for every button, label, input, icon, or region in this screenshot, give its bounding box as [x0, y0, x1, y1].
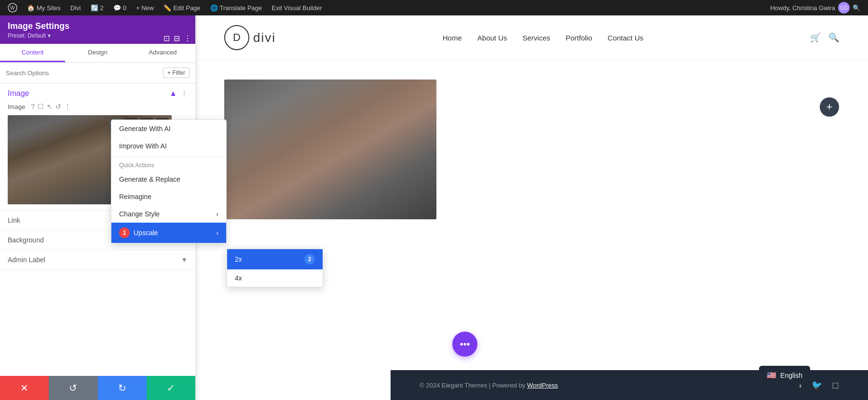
language-picker[interactable]: 🇺🇸 English	[759, 366, 810, 385]
nav-contact[interactable]: Contact Us	[608, 34, 643, 42]
tab-design[interactable]: Design	[65, 44, 130, 62]
change-style-item[interactable]: Change Style ›	[111, 205, 226, 223]
resize-icon[interactable]: ⊡	[163, 34, 170, 43]
site-header: D divi Home About Us Services Portfolio …	[195, 15, 868, 60]
link-section-label: Link	[8, 216, 20, 224]
menu-separator-1	[111, 157, 226, 157]
image-field: Image ? ☐ ↖ ↺ ⋮	[8, 103, 188, 110]
new-button[interactable]: + New	[132, 0, 158, 15]
translate-page-button[interactable]: 🌐 Translate Page	[206, 0, 266, 15]
divi-button[interactable]: Divi	[67, 0, 85, 15]
help-icon[interactable]: ?	[31, 103, 35, 110]
collapse-icon[interactable]: ▲	[169, 89, 177, 98]
2x-badge: 2	[304, 254, 315, 265]
footer-wp-link[interactable]: WordPress	[527, 382, 558, 389]
undo-button[interactable]: ↺	[49, 376, 97, 400]
admin-bar: W 🏠 My Sites Divi 🔄 2 💬 0 + New ✏️ Edit …	[0, 0, 868, 15]
avatar: CG	[838, 2, 850, 13]
fab-button[interactable]: •••	[452, 332, 477, 357]
tab-content[interactable]: Content	[0, 44, 65, 62]
updates-button[interactable]: 🔄 2	[87, 0, 108, 15]
logo-circle: D	[224, 25, 249, 50]
preset-selector[interactable]: Preset: Default ▾	[8, 32, 188, 39]
logo-text: divi	[253, 30, 276, 45]
main-photo[interactable]	[224, 80, 436, 219]
admin-label-section-label: Admin Label	[8, 256, 45, 264]
sidebar-header: Image Settings Preset: Default ▾ ⊡ ⊟ ⋮	[0, 15, 195, 44]
edit-page-button[interactable]: ✏️ Edit Page	[160, 0, 204, 15]
twitter-icon[interactable]: 🐦	[812, 380, 822, 390]
search-admin-icon[interactable]: 🔍	[853, 4, 860, 12]
language-label: English	[780, 372, 802, 379]
footer-text: © 2024 Elegant Themes | Powered by WordP…	[420, 382, 558, 389]
howdy-user: Howdy, Christina Gwira CG 🔍	[766, 2, 864, 13]
sidebar-footer: ✕ ↺ ↻ ✓	[0, 376, 195, 400]
cancel-button[interactable]: ✕	[0, 376, 49, 400]
upscale-4x-item[interactable]: 4x	[227, 269, 323, 287]
exit-builder-button[interactable]: Exit Visual Builder	[268, 0, 326, 15]
background-section-label: Background	[8, 236, 44, 244]
mobile-icon[interactable]: ☐	[38, 103, 44, 110]
generate-replace-item[interactable]: Generate & Replace	[111, 171, 226, 188]
cursor-icon[interactable]: ↖	[47, 103, 53, 110]
upscale-chevron: ›	[216, 229, 218, 237]
generate-ai-item[interactable]: Generate With AI	[111, 120, 226, 137]
upscale-2x-item[interactable]: 2x 2	[227, 249, 323, 269]
settings-tabs: Content Design Advanced	[0, 44, 195, 63]
search-bar: + Filter	[0, 63, 195, 83]
section-more-icon[interactable]: ⋮	[181, 90, 188, 97]
add-content-button[interactable]: +	[820, 97, 839, 117]
search-input[interactable]	[6, 69, 159, 77]
main-image-area	[195, 60, 868, 239]
change-style-chevron: ›	[216, 210, 218, 218]
save-button[interactable]: ✓	[147, 376, 195, 400]
cart-icon[interactable]: 🛒	[810, 32, 821, 43]
section-title-image: Image	[8, 89, 29, 98]
image-field-label: Image	[8, 103, 25, 110]
main-content: D divi Home About Us Services Portfolio …	[195, 15, 868, 400]
instagram-icon[interactable]: ◻	[832, 380, 839, 390]
svg-text:W: W	[10, 5, 15, 11]
undo-field-icon[interactable]: ↺	[55, 103, 61, 110]
reimagine-item[interactable]: Reimagine	[111, 188, 226, 205]
nav-services[interactable]: Services	[522, 34, 550, 42]
more-icon[interactable]: ⋮	[184, 34, 191, 43]
comments-button[interactable]: 💬 0	[109, 0, 130, 15]
tab-advanced[interactable]: Advanced	[130, 44, 195, 62]
admin-label-chevron-icon: ▼	[181, 256, 188, 264]
upscale-badge: 1	[119, 227, 130, 238]
nav-portfolio[interactable]: Portfolio	[566, 34, 592, 42]
quick-actions-label: Quick Actions	[111, 159, 226, 171]
wp-logo-button[interactable]: W	[4, 0, 21, 15]
upscale-item[interactable]: 1 Upscale ›	[111, 223, 226, 243]
upscale-submenu: 2x 2 4x	[227, 249, 323, 287]
context-menu: Generate With AI Improve With AI Quick A…	[111, 120, 227, 243]
site-nav: Home About Us Services Portfolio Contact…	[443, 34, 643, 42]
site-logo: D divi	[224, 25, 276, 50]
nav-icons: 🛒 🔍	[810, 32, 839, 43]
redo-button[interactable]: ↻	[98, 376, 147, 400]
my-sites-button[interactable]: 🏠 My Sites	[23, 0, 65, 15]
language-flag: 🇺🇸	[767, 371, 776, 380]
filter-button[interactable]: + Filter	[163, 67, 190, 78]
field-more-icon[interactable]: ⋮	[64, 103, 71, 110]
panel-title: Image Settings	[8, 21, 188, 31]
improve-ai-item[interactable]: Improve With AI	[111, 137, 226, 155]
nav-about[interactable]: About Us	[477, 34, 507, 42]
search-nav-icon[interactable]: 🔍	[828, 32, 839, 43]
admin-label-section[interactable]: Admin Label ▼	[0, 250, 195, 270]
columns-icon[interactable]: ⊟	[174, 34, 180, 43]
nav-home[interactable]: Home	[443, 34, 462, 42]
